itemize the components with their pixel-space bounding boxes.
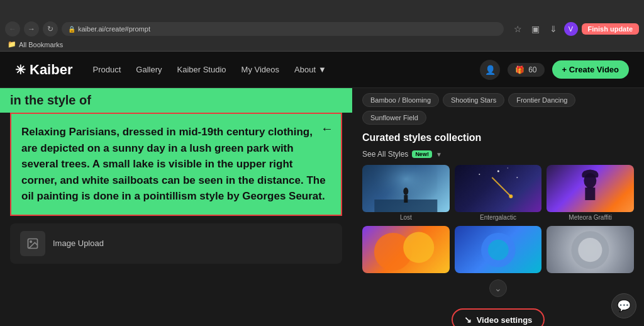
url-text: kaiber.ai/create#prompt (78, 25, 150, 33)
style-label-meteora: Meteora Graffiti (547, 214, 634, 221)
chat-widget-button[interactable]: 💬 (611, 293, 636, 318)
chevron-down-icon: ▼ (436, 151, 442, 158)
bookmarks-label: All Bookmarks (19, 41, 63, 48)
tag-shooting[interactable]: Shooting Stars (443, 93, 504, 107)
new-badge: New! (412, 150, 432, 158)
svg-point-9 (507, 167, 508, 169)
style-thumb-entergalactic (455, 165, 542, 212)
style-thumb-meteora (547, 165, 634, 212)
user-icon-button[interactable]: 👤 (480, 60, 500, 80)
tags-row: Bamboo / Blooming Shooting Stars Frontie… (362, 93, 634, 125)
main-content: in the style of Relaxing Parisians, dres… (0, 88, 644, 326)
see-all-row: See All Styles New! ▼ (362, 150, 634, 159)
right-panel: Bamboo / Blooming Shooting Stars Frontie… (352, 88, 644, 326)
forward-button[interactable]: → (24, 21, 39, 37)
svg-point-11 (509, 194, 513, 198)
style-thumb-lost (362, 165, 450, 212)
upload-icon (20, 231, 45, 256)
svg-point-4 (403, 188, 408, 195)
expand-button[interactable]: ⌄ (489, 279, 507, 297)
svg-rect-13 (586, 188, 596, 200)
svg-point-6 (479, 174, 480, 175)
chevron-down-icon: ⌄ (494, 283, 502, 293)
svg-point-8 (516, 177, 518, 178)
style-thumb-orb2 (455, 226, 542, 273)
coin-icon: 🎁 (515, 65, 525, 74)
tag-frontier[interactable]: Frontier Dancing (508, 93, 575, 107)
credits-button[interactable]: 🎁 60 (508, 63, 544, 77)
credits-count: 60 (528, 65, 536, 74)
logo-icon: ✳ (15, 62, 26, 77)
logo-text: Kaiber (30, 62, 72, 78)
lock-icon: 🔒 (68, 26, 75, 33)
create-video-button[interactable]: + Create Video (552, 60, 629, 79)
image-upload-label: Image Upload (53, 239, 104, 248)
svg-point-1 (30, 240, 32, 242)
style-card-orb3[interactable] (547, 226, 634, 273)
style-label-lost: Lost (362, 214, 450, 221)
style-card-meteora[interactable]: Meteora Graffiti (547, 165, 634, 221)
nav-gallery[interactable]: Gallery (136, 65, 162, 74)
chat-icon: 💬 (617, 299, 631, 313)
prompt-text: Relaxing Parisians, dressed in mid-19th … (21, 124, 331, 205)
svg-line-10 (492, 177, 511, 196)
address-bar[interactable]: 🔒 kaiber.ai/create#prompt (62, 22, 504, 36)
chevron-down-icon: ▼ (318, 65, 326, 74)
settings-icon: ↘ (464, 315, 472, 325)
bookmarks-bar: 📁 All Bookmarks (0, 38, 644, 52)
prompt-box[interactable]: Relaxing Parisians, dressed in mid-19th … (10, 113, 342, 216)
star-button[interactable]: ☆ (511, 22, 525, 36)
style-card-lost[interactable]: Lost (362, 165, 450, 221)
nav-kaiber-studio[interactable]: Kaiber Studio (177, 65, 226, 74)
main-nav: Product Gallery Kaiber Studio My Videos … (92, 65, 480, 74)
browser-actions: ☆ ▣ ⇓ V Finish update (511, 22, 640, 36)
extensions-button[interactable]: ▣ (529, 22, 543, 36)
back-button[interactable]: ← (5, 21, 20, 37)
style-thumb-orb3 (547, 226, 634, 273)
style-card-entergalactic[interactable]: Entergalactic (455, 165, 542, 221)
style-thumb-orb1 (362, 226, 450, 273)
in-style-label: in the style of (0, 88, 352, 113)
bookmarks-folder-icon: 📁 (8, 40, 16, 48)
left-panel: in the style of Relaxing Parisians, dres… (0, 88, 352, 326)
svg-point-19 (579, 238, 602, 262)
browser-chrome: ← → ↻ 🔒 kaiber.ai/create#prompt ☆ ▣ ⇓ V … (0, 0, 644, 38)
video-settings-button[interactable]: ↘ Video settings (452, 308, 545, 326)
logo[interactable]: ✳ Kaiber (15, 62, 72, 78)
site-header: ✳ Kaiber Product Gallery Kaiber Studio M… (0, 52, 644, 88)
image-upload-section[interactable]: Image Upload (10, 223, 342, 264)
finish-update-button[interactable]: Finish update (582, 23, 640, 35)
style-card-orb2[interactable] (455, 226, 542, 273)
style-label-entergalactic: Entergalactic (455, 214, 542, 221)
tag-bamboo[interactable]: Bamboo / Blooming (362, 93, 439, 107)
svg-point-17 (488, 240, 509, 261)
profile-button[interactable]: V (564, 22, 578, 36)
svg-rect-5 (404, 195, 408, 203)
styles-grid-row2 (362, 226, 634, 273)
style-card-orb1[interactable] (362, 226, 450, 273)
refresh-button[interactable]: ↻ (43, 21, 58, 37)
tag-sunflower[interactable]: Sunflower Field (362, 111, 426, 125)
back-arrow-icon[interactable]: ← (321, 121, 333, 136)
tab-bar (0, 0, 644, 20)
svg-point-15 (403, 232, 434, 263)
svg-point-7 (497, 171, 499, 172)
header-actions: 👤 🎁 60 + Create Video (480, 60, 629, 80)
download-button[interactable]: ⇓ (547, 22, 560, 36)
nav-about[interactable]: About ▼ (294, 65, 326, 74)
nav-product[interactable]: Product (92, 65, 121, 74)
browser-controls: ← → ↻ 🔒 kaiber.ai/create#prompt ☆ ▣ ⇓ V … (0, 20, 644, 38)
see-all-link[interactable]: See All Styles (362, 150, 408, 159)
styles-grid-row1: Lost Entergalactic (362, 165, 634, 221)
curated-section-title: Curated styles collection (362, 132, 634, 143)
nav-my-videos[interactable]: My Videos (242, 65, 279, 74)
